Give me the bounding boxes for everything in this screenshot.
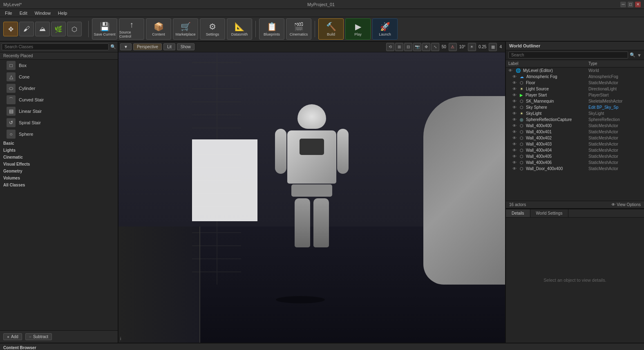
outliner-label-mylevel: MyLevel (Editor) — [523, 68, 587, 73]
class-item-spiral-stair[interactable]: ↺ Spiral Stair — [0, 117, 118, 128]
cylinder-icon: ⬭ — [7, 84, 16, 93]
class-item-curved-stair[interactable]: ⌒ Curved Stair — [0, 94, 118, 105]
outliner-item-mylevel[interactable]: 👁 🌐 MyLevel (Editor) World — [506, 67, 644, 74]
vp-perspective-btn[interactable]: Perspective — [133, 43, 162, 50]
class-item-box[interactable]: □ Box — [0, 60, 118, 71]
vp-icon-grid[interactable]: ⊟ — [404, 43, 412, 51]
vp-icon-transform[interactable]: ⟲ — [386, 43, 394, 51]
toolbar-build-btn[interactable]: 🔨 Build — [318, 18, 344, 40]
category-cinematic[interactable]: Cinematic — [0, 154, 118, 161]
outliner-filter-icon[interactable]: ▼ — [637, 53, 642, 58]
category-lights[interactable]: Lights — [0, 147, 118, 154]
outliner-item-sk-mannequin[interactable]: 👁 ⬡ SK_Mannequin SkeletalMeshActor — [506, 98, 644, 104]
toolbar-datasmith-btn[interactable]: 📐 Datasmith — [227, 18, 252, 40]
category-volumes[interactable]: Volumes — [0, 175, 118, 182]
toolbar-play-btn[interactable]: ▶ Play — [345, 18, 371, 40]
wall-icon-7: ⬡ — [520, 160, 523, 165]
outliner-item-atmospheric-fog[interactable]: 👁 ☁ Atmospheric Fog AtmosphericFog — [506, 74, 644, 80]
vp-lit-btn[interactable]: Lit — [163, 43, 175, 50]
recently-placed-label: Recently Placed — [0, 52, 118, 60]
outliner-item-floor[interactable]: 👁 ⬡ Floor StaticMeshActor — [506, 80, 644, 86]
outliner-item-wall-403[interactable]: 👁 ⬡ Wall_400x403 StaticMeshActor — [506, 141, 644, 147]
robot-leg-left — [295, 198, 310, 247]
subtract-button[interactable]: ○ Subtract — [25, 333, 52, 340]
outliner-label-light: Light Source — [526, 87, 587, 91]
category-visual-effects[interactable]: Visual Effects — [0, 161, 118, 168]
toolbar-launch-btn[interactable]: 🚀 Launch — [372, 18, 398, 40]
geometry-footer: ● Add ○ Subtract — [0, 330, 118, 343]
toolbar-cinematics-btn[interactable]: 🎬 Cinematics — [286, 18, 311, 40]
add-button[interactable]: ● Add — [3, 333, 22, 340]
eye-icon-5: 👁 — [512, 93, 518, 97]
eye-icon-17: 👁 — [512, 166, 518, 171]
add-label: Add — [11, 334, 18, 339]
skeletal-icon: ⬡ — [520, 99, 523, 103]
outliner-item-sky-sphere[interactable]: 👁 ⬡ Sky Sphere Edit BP_Sky_Sp — [506, 104, 644, 110]
outliner-item-wall-400[interactable]: 👁 ⬡ Wall_400x400 StaticMeshActor — [506, 123, 644, 129]
category-geometry[interactable]: Geometry — [0, 168, 118, 175]
outliner-item-skylight[interactable]: 👁 ☀ SkyLight SkyLight — [506, 110, 644, 117]
outliner-item-wall-404[interactable]: 👁 ⬡ Wall_400x404 StaticMeshActor — [506, 147, 644, 153]
category-basic[interactable]: Basic — [0, 140, 118, 147]
minimize-button[interactable]: ─ — [620, 2, 626, 7]
build-label: Build — [327, 32, 335, 36]
toolbar-content-btn[interactable]: 📦 Content — [146, 18, 171, 40]
toolbar-source-control-btn[interactable]: ↑ Source Control — [119, 18, 144, 40]
toolbar-settings-btn[interactable]: ⚙ Settings — [200, 18, 225, 40]
launch-label: Launch — [379, 32, 391, 36]
vp-icon-camera[interactable]: 📷 — [413, 43, 421, 51]
outliner-type-wall-406: StaticMeshActor — [588, 160, 642, 165]
close-button[interactable]: ✕ — [635, 2, 641, 7]
toolbar-marketplace-btn[interactable]: 🛒 Marketplace — [173, 18, 198, 40]
outliner-item-light-source[interactable]: 👁 ☀ Light Source DirectionalLight — [506, 86, 644, 92]
search-icon: 🔍 — [110, 44, 116, 49]
menu-window[interactable]: Window — [31, 10, 54, 16]
outliner-title: World Outliner — [509, 43, 540, 48]
outliner-type-player: PlayerStart — [588, 93, 642, 97]
class-item-sphere[interactable]: ○ Sphere — [0, 128, 118, 140]
vp-icon-layers[interactable]: ▦ — [489, 43, 497, 51]
maximize-button[interactable]: □ — [628, 2, 633, 7]
toolbar-save-btn[interactable]: 💾 Save Current — [92, 18, 117, 40]
outliner-item-wall-401[interactable]: 👁 ⬡ Wall_400x401 StaticMeshActor — [506, 129, 644, 135]
details-empty-message: Select an object to view details. — [543, 278, 606, 283]
class-item-cylinder[interactable]: ⬭ Cylinder — [0, 83, 118, 94]
category-all-classes[interactable]: All Classes — [0, 182, 118, 188]
outliner-type-sky[interactable]: Edit BP_Sky_Sp — [588, 105, 642, 110]
mode-foliage[interactable]: 🌿 — [51, 22, 66, 36]
outliner-item-wall-406[interactable]: 👁 ⬡ Wall_400x406 StaticMeshActor — [506, 159, 644, 166]
mode-paint[interactable]: 🖌 — [19, 22, 34, 36]
view-options-btn[interactable]: 👁 View Options — [611, 202, 641, 207]
class-item-linear-stair[interactable]: ▤ Linear Stair — [0, 105, 118, 117]
details-tab-details[interactable]: Details — [506, 209, 530, 217]
vp-icon-move[interactable]: ✥ — [422, 43, 430, 51]
mode-landscape[interactable]: ⛰ — [35, 22, 50, 36]
vp-icon-scale[interactable]: ⤡ — [431, 43, 439, 51]
main-layout: 🔍 Recently Placed □ Box △ Cone ⬭ Cylinde… — [0, 42, 644, 343]
outliner-item-sphere-reflection[interactable]: 👁 ◎ SphereReflectionCapture SphereReflec… — [506, 117, 644, 123]
menu-file[interactable]: File — [2, 10, 16, 16]
vp-show-btn[interactable]: Show — [177, 43, 195, 50]
vp-dropdown-btn[interactable]: ▼ — [120, 43, 132, 50]
mode-placement[interactable]: ✥ — [3, 22, 18, 36]
eye-icon-12: 👁 — [512, 136, 518, 140]
outliner-item-wall-405[interactable]: 👁 ⬡ Wall_400x405 StaticMeshActor — [506, 153, 644, 159]
outliner-search-input[interactable] — [508, 52, 628, 58]
vp-icon-warning[interactable]: ⚠ — [449, 43, 457, 51]
eye-icon-13: 👁 — [512, 142, 518, 146]
class-item-cone[interactable]: △ Cone — [0, 71, 118, 83]
menu-edit[interactable]: Edit — [16, 10, 31, 16]
eye-icon-4: 👁 — [512, 87, 518, 91]
search-classes-input[interactable] — [2, 43, 109, 50]
toolbar-blueprints-btn[interactable]: 📋 Blueprints — [259, 18, 284, 40]
viewport-canvas[interactable]: i — [119, 52, 505, 343]
outliner-item-wall-door[interactable]: 👁 ⬡ Wall_Door_400x400 StaticMeshActor — [506, 166, 644, 172]
menu-help[interactable]: Help — [55, 10, 71, 16]
mode-mesh[interactable]: ⬡ — [67, 22, 82, 36]
vp-icon-snap[interactable]: ⊞ — [395, 43, 403, 51]
details-content: Select an object to view details. — [506, 218, 644, 343]
outliner-item-player-start[interactable]: 👁 ▶ Player Start PlayerStart — [506, 92, 644, 98]
vp-icon-light[interactable]: ☀ — [468, 43, 476, 51]
outliner-item-wall-402[interactable]: 👁 ⬡ Wall_400x402 StaticMeshActor — [506, 135, 644, 141]
details-tab-world-settings[interactable]: World Settings — [530, 209, 569, 217]
